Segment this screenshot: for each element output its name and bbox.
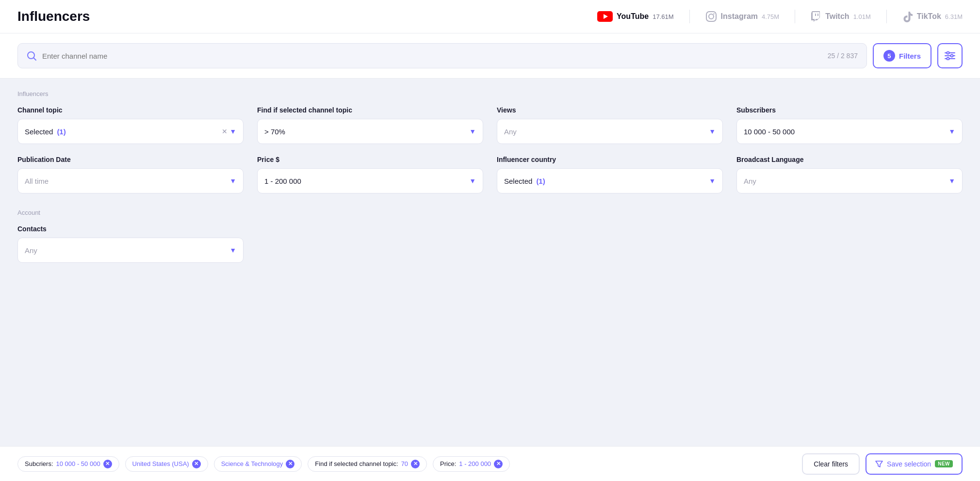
youtube-count: 17.61M [653, 13, 673, 20]
tiktok-icon [902, 11, 913, 22]
subscribers-select[interactable]: 10 000 - 50 000 ▼ [736, 119, 963, 144]
platform-divider-2 [795, 10, 795, 23]
subscribers-tag-value: 10 000 - 50 000 [56, 460, 100, 467]
pub-date-chevron: ▼ [229, 177, 236, 185]
find-if-group: Find if selected channel topic > 70% ▼ [257, 106, 483, 144]
account-section: Account Contacts Any ▼ [17, 209, 963, 263]
pub-date-group: Publication Date All time ▼ [17, 156, 244, 193]
platform-youtube[interactable]: YouTube 17.61M [597, 11, 673, 22]
channel-topic-group: Channel topic Selected (1) ✕ ▼ [17, 106, 244, 144]
broadcast-lang-group: Broadcast Language Any ▼ [736, 156, 963, 193]
price-tag-label: Price: [440, 460, 456, 467]
svg-point-14 [947, 58, 949, 60]
youtube-name: YouTube [617, 12, 649, 21]
svg-point-4 [713, 13, 714, 14]
contacts-value: Any [25, 246, 37, 255]
pub-date-label: Publication Date [17, 156, 244, 163]
clear-filters-button[interactable]: Clear filters [802, 453, 860, 475]
price-tag-value: 1 - 200 000 [459, 460, 491, 467]
find-if-tag-label: Find if selected channel topic: [315, 460, 398, 467]
country-tag-value: United States (USA) [132, 460, 189, 467]
svg-rect-5 [817, 14, 818, 16]
platform-list: YouTube 17.61M Instagram 4.75M Twitch 1.… [597, 10, 963, 23]
topic-tag: Science & Technology ✕ [214, 456, 302, 472]
subscribers-tag-label: Subcriers: [25, 460, 53, 467]
pub-date-value: All time [25, 177, 49, 185]
country-tag-remove[interactable]: ✕ [192, 460, 201, 468]
platform-tiktok[interactable]: TikTok 6.31M [902, 11, 963, 22]
channel-topic-clear[interactable]: ✕ [220, 127, 229, 136]
broadcast-lang-select[interactable]: Any ▼ [736, 168, 963, 193]
broadcast-lang-label: Broadcast Language [736, 156, 963, 163]
find-if-tag-remove[interactable]: ✕ [411, 460, 420, 468]
topic-tag-remove[interactable]: ✕ [286, 460, 294, 468]
filters-active-count: 5 [883, 50, 895, 62]
country-select[interactable]: Selected (1) ▼ [497, 168, 723, 193]
search-bar: 25 / 2 837 [17, 43, 867, 68]
pub-date-select[interactable]: All time ▼ [17, 168, 244, 193]
views-label: Views [497, 106, 723, 114]
price-tag-remove[interactable]: ✕ [494, 460, 503, 468]
country-value: Selected [504, 177, 532, 185]
contacts-label: Contacts [17, 225, 244, 233]
platform-twitch[interactable]: Twitch 1.01M [811, 11, 871, 22]
svg-line-8 [33, 58, 36, 60]
search-area: 25 / 2 837 5 Filters [0, 33, 980, 79]
sliders-icon [945, 51, 955, 60]
save-selection-label: Save selection [887, 460, 931, 468]
subscribers-tag-remove[interactable]: ✕ [103, 460, 112, 468]
country-count: (1) [536, 177, 545, 185]
search-icon [27, 51, 36, 61]
views-group: Views Any ▼ [497, 106, 723, 144]
subscribers-chevron: ▼ [948, 128, 955, 135]
price-group: Price $ 1 - 200 000 ▼ [257, 156, 483, 193]
page-title: Influencers [17, 9, 90, 24]
account-section-label: Account [17, 209, 963, 216]
find-if-chevron: ▼ [469, 128, 476, 135]
twitch-count: 1.01M [853, 13, 871, 20]
tiktok-count: 6.31M [945, 13, 963, 20]
country-chevron: ▼ [709, 177, 716, 185]
find-if-select[interactable]: > 70% ▼ [257, 119, 483, 144]
influencers-section: Influencers Channel topic Selected (1) ✕… [17, 90, 963, 193]
contacts-select[interactable]: Any ▼ [17, 238, 244, 263]
topic-tag-value: Science & Technology [221, 460, 283, 467]
platform-instagram[interactable]: Instagram 4.75M [705, 11, 780, 22]
views-chevron: ▼ [709, 128, 716, 135]
contacts-chevron: ▼ [229, 246, 236, 254]
price-select[interactable]: 1 - 200 000 ▼ [257, 168, 483, 193]
settings-button[interactable] [937, 43, 963, 68]
subscribers-label: Subscribers [736, 106, 963, 114]
filters-label: Filters [899, 52, 921, 60]
account-filter-grid: Contacts Any ▼ [17, 225, 963, 263]
funnel-icon [875, 460, 883, 468]
search-input[interactable] [42, 52, 822, 60]
country-label: Influencer country [497, 156, 723, 163]
channel-topic-count: (1) [57, 128, 65, 136]
instagram-count: 4.75M [762, 13, 779, 20]
broadcast-lang-chevron: ▼ [948, 177, 955, 185]
price-value: 1 - 200 000 [264, 177, 301, 185]
find-if-label: Find if selected channel topic [257, 106, 483, 114]
views-value: Any [504, 128, 517, 136]
app-header: Influencers YouTube 17.61M Instagram 4.7… [0, 0, 980, 33]
svg-point-13 [951, 55, 953, 57]
channel-topic-label: Channel topic [17, 106, 244, 114]
svg-rect-6 [815, 14, 816, 16]
subscribers-tag: Subcriers: 10 000 - 50 000 ✕ [17, 456, 119, 472]
save-selection-button[interactable]: Save selection NEW [866, 453, 963, 475]
price-tag: Price: 1 - 200 000 ✕ [433, 456, 510, 472]
influencers-filter-grid: Channel topic Selected (1) ✕ ▼ Find if s… [17, 106, 963, 193]
views-select[interactable]: Any ▼ [497, 119, 723, 144]
filter-panel: Influencers Channel topic Selected (1) ✕… [0, 79, 980, 277]
instagram-icon [705, 11, 717, 22]
filters-button[interactable]: 5 Filters [873, 43, 931, 68]
platform-divider-1 [689, 10, 690, 23]
subscribers-group: Subscribers 10 000 - 50 000 ▼ [736, 106, 963, 144]
svg-rect-2 [706, 12, 716, 21]
channel-topic-select[interactable]: Selected (1) ✕ ▼ [17, 119, 244, 144]
platform-divider-3 [886, 10, 887, 23]
channel-topic-chevron: ▼ [229, 128, 236, 135]
svg-point-12 [947, 52, 949, 54]
contacts-group: Contacts Any ▼ [17, 225, 244, 263]
